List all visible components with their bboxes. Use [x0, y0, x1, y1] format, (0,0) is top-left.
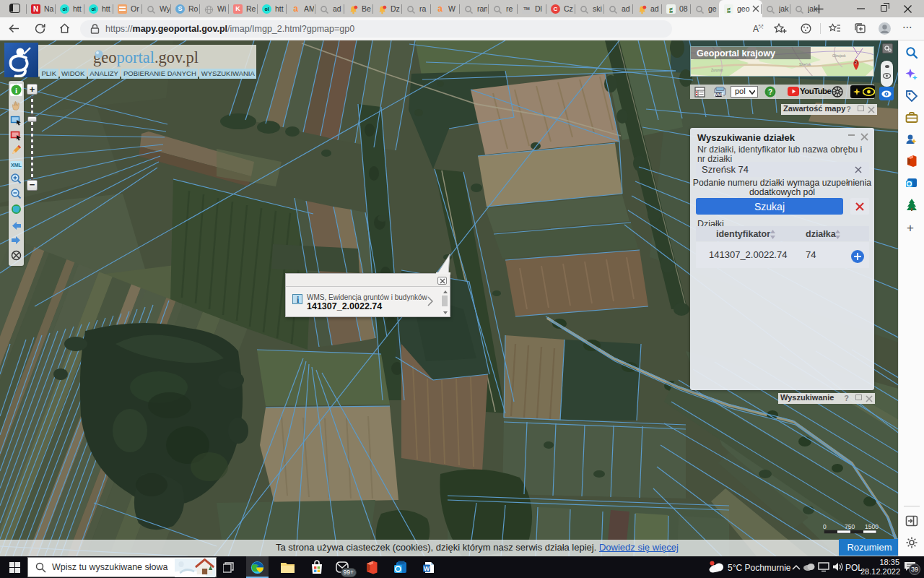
svg-text:Szreńsk: Szreńsk: [799, 63, 811, 66]
svg-text:Żuromin: Żuromin: [711, 68, 723, 72]
svg-text:0: 0: [823, 524, 827, 530]
svg-text:750: 750: [845, 524, 855, 530]
svg-text:WMS: WMS: [714, 92, 724, 97]
svg-text:Glinojeck: Glinojeck: [832, 54, 846, 58]
svg-text:i: i: [15, 86, 17, 95]
svg-text:Geoportal krajowy: Geoportal krajowy: [697, 48, 775, 59]
svg-text:?: ?: [768, 88, 772, 96]
svg-text:2: 2: [855, 61, 858, 65]
svg-text:W: W: [424, 565, 430, 572]
svg-text:1500: 1500: [865, 524, 879, 530]
